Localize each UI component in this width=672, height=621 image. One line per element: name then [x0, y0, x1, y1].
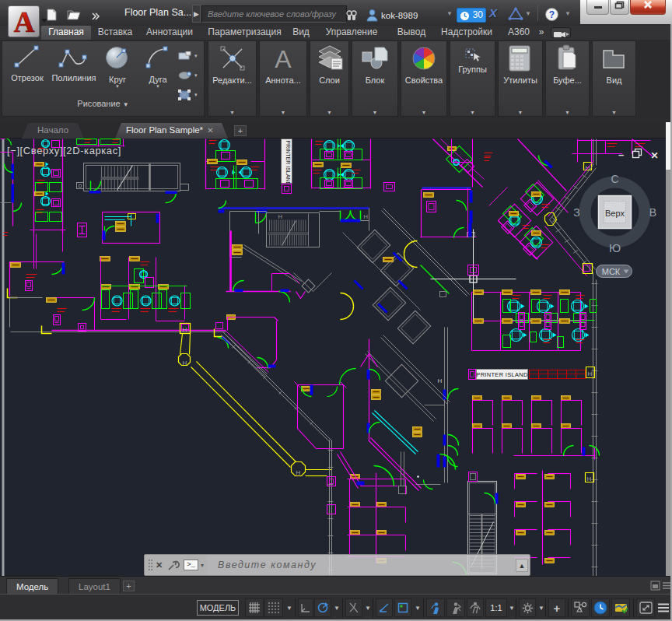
svg-text:A: A	[275, 45, 292, 72]
svg-text:H: H	[364, 213, 368, 220]
svg-text:PRINTER ISLAND: PRINTER ISLAND	[476, 371, 528, 378]
svg-text:H: H	[296, 469, 301, 476]
svg-text:Ю: Ю	[609, 241, 621, 254]
svg-text:✕: ✕	[650, 150, 658, 161]
svg-text:С: С	[611, 173, 618, 185]
svg-text:H: H	[183, 360, 187, 367]
svg-text:H: H	[278, 213, 282, 220]
svg-text:H: H	[438, 377, 443, 384]
svg-text:МСК: МСК	[602, 267, 621, 276]
svg-text:В: В	[649, 206, 656, 219]
svg-text:PRINTER ISLAND: PRINTER ISLAND	[285, 141, 291, 186]
svg-text:H: H	[183, 326, 187, 333]
svg-text:A: A	[14, 6, 35, 37]
svg-text:H: H	[587, 475, 592, 482]
svg-text:–: –	[618, 149, 624, 160]
svg-text:H: H	[588, 370, 593, 377]
svg-text:Верх: Верх	[605, 209, 625, 218]
svg-text:З: З	[573, 206, 579, 219]
